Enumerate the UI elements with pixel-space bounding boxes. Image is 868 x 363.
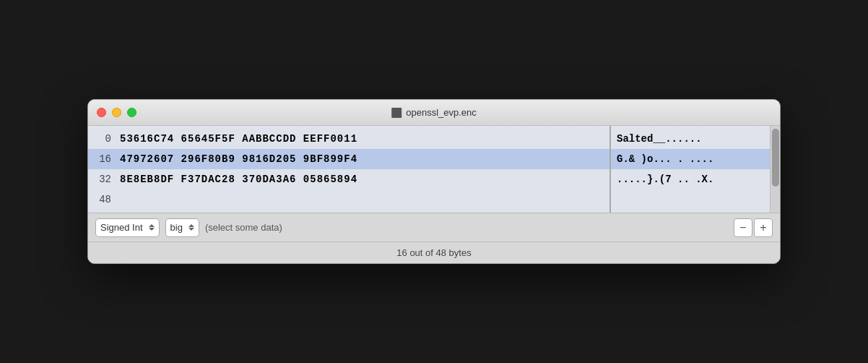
hex-bytes-2: 8E8EB8DF F37DAC28 370DA3A6 05865894 (117, 174, 609, 185)
hex-view: 0 53616C74 65645F5F AABBCCDD EEFF0011 16… (88, 126, 780, 213)
row-offset-2: 32 (88, 174, 117, 185)
plus-button[interactable]: + (754, 218, 773, 237)
row-offset-3: 48 (88, 194, 117, 205)
ascii-row-1[interactable]: G.& )o... . .... (611, 149, 770, 169)
row-offset-1: 16 (88, 153, 117, 165)
maximize-button[interactable] (127, 108, 136, 117)
toolbar: Signed Int big (select some data) − + (88, 213, 780, 242)
hex-row-2[interactable]: 32 8E8EB8DF F37DAC28 370DA3A6 05865894 (88, 169, 609, 189)
endian-arrow-down-icon (188, 228, 194, 231)
hex-bytes-1: 47972607 296F80B9 9816D205 9BF899F4 (117, 153, 609, 165)
arrow-down-icon (149, 228, 155, 231)
window-title: openssl_evp.enc (391, 107, 477, 118)
int-type-label: Signed Int (100, 222, 143, 233)
file-icon (391, 108, 402, 118)
arrow-up-icon (149, 224, 155, 227)
hex-row-1[interactable]: 16 47972607 296F80B9 9816D205 9BF899F4 (88, 149, 609, 169)
ascii-text-1: G.& )o... . .... (611, 153, 719, 165)
endian-label: big (170, 222, 183, 233)
hint-text: (select some data) (205, 222, 728, 233)
status-text: 16 out of 48 bytes (396, 247, 471, 258)
hex-row-0[interactable]: 0 53616C74 65645F5F AABBCCDD EEFF0011 (88, 129, 609, 149)
ascii-row-3[interactable] (611, 189, 770, 210)
int-type-select[interactable]: Signed Int (95, 218, 160, 237)
hex-bytes-0: 53616C74 65645F5F AABBCCDD EEFF0011 (117, 133, 609, 145)
traffic-lights (97, 108, 136, 117)
titlebar: openssl_evp.enc (88, 100, 780, 126)
ascii-panel: Salted__...... G.& )o... . .... .....}.(… (611, 126, 770, 213)
hex-row-3[interactable]: 48 (88, 189, 609, 210)
endian-select[interactable]: big (165, 218, 199, 237)
hex-panel: 0 53616C74 65645F5F AABBCCDD EEFF0011 16… (88, 126, 610, 213)
endian-arrows (188, 224, 194, 231)
statusbar: 16 out of 48 bytes (88, 242, 780, 263)
ascii-row-2[interactable]: .....}.(7 .. .X. (611, 169, 770, 189)
main-window: openssl_evp.enc 0 53616C74 65645F5F AABB… (87, 99, 781, 264)
scrollbar-thumb[interactable] (772, 129, 779, 187)
int-buttons: − + (734, 218, 773, 237)
ascii-text-2: .....}.(7 .. .X. (611, 174, 719, 185)
endian-arrow-up-icon (188, 224, 194, 227)
int-type-arrows (149, 224, 155, 231)
minimize-button[interactable] (112, 108, 121, 117)
ascii-row-0[interactable]: Salted__...... (611, 129, 770, 149)
scrollbar[interactable] (770, 126, 780, 213)
close-button[interactable] (97, 108, 106, 117)
minus-button[interactable]: − (734, 218, 752, 237)
row-offset-0: 0 (88, 133, 117, 145)
ascii-text-0: Salted__...... (611, 133, 708, 145)
